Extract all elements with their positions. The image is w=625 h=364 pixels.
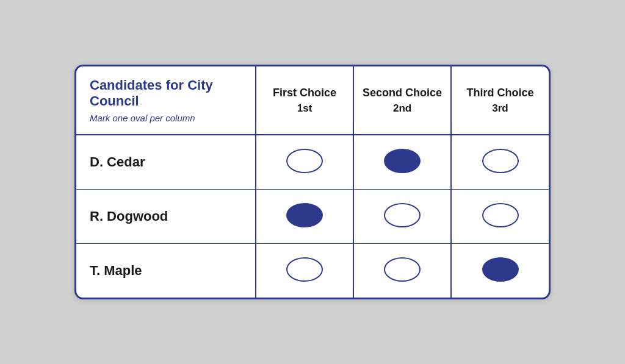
oval-first-1[interactable] (286, 203, 323, 227)
ballot-card: Candidates for City Council Mark one ova… (74, 65, 551, 300)
oval-first-0[interactable] (286, 149, 323, 173)
table-row: R. Dogwood (76, 190, 549, 244)
first-choice-cell-1[interactable] (256, 190, 353, 244)
third-choice-cell-2[interactable] (451, 244, 549, 298)
first-choice-cell-2[interactable] (256, 244, 353, 298)
candidate-name: T. Maple (76, 244, 256, 298)
third-choice-cell-1[interactable] (451, 190, 549, 244)
first-choice-header: First Choice 1st (256, 66, 353, 135)
third-choice-cell-0[interactable] (451, 135, 549, 190)
header-row: Candidates for City Council Mark one ova… (76, 66, 549, 135)
third-choice-header: Third Choice 3rd (451, 66, 549, 135)
oval-third-1[interactable] (482, 203, 519, 227)
second-choice-cell-0[interactable] (353, 135, 451, 190)
third-choice-label: Third Choice (458, 86, 543, 100)
ballot-table: Candidates for City Council Mark one ova… (76, 66, 549, 298)
second-choice-cell-1[interactable] (353, 190, 451, 244)
candidate-name: R. Dogwood (76, 190, 256, 244)
table-row: T. Maple (76, 244, 549, 298)
oval-third-2[interactable] (482, 257, 519, 282)
table-row: D. Cedar (76, 135, 549, 190)
candidate-name: D. Cedar (76, 135, 256, 190)
first-choice-number: 1st (262, 102, 347, 115)
oval-first-2[interactable] (286, 257, 323, 282)
second-choice-header: Second Choice 2nd (353, 66, 451, 135)
ballot-subtitle: Mark one oval per column (90, 113, 242, 123)
ballot-title: Candidates for City Council (90, 77, 242, 110)
third-choice-number: 3rd (458, 102, 543, 115)
second-choice-label: Second Choice (360, 86, 444, 100)
oval-second-0[interactable] (384, 149, 421, 173)
second-choice-cell-2[interactable] (353, 244, 451, 298)
oval-second-1[interactable] (384, 203, 421, 227)
second-choice-number: 2nd (360, 102, 444, 115)
candidates-header-cell: Candidates for City Council Mark one ova… (76, 66, 256, 135)
oval-third-0[interactable] (482, 149, 519, 173)
first-choice-label: First Choice (262, 86, 347, 100)
first-choice-cell-0[interactable] (256, 135, 353, 190)
oval-second-2[interactable] (384, 257, 421, 282)
